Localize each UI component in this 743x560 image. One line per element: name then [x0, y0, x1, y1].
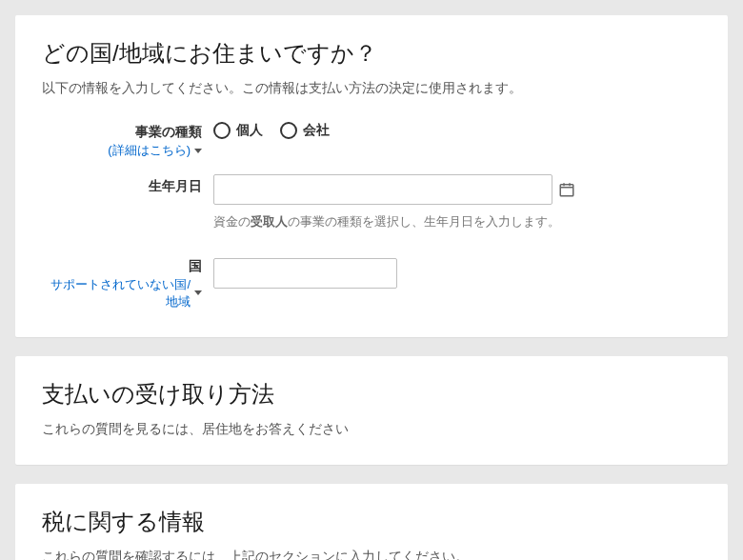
section-payment-method: 支払いの受け取り方法 これらの質問を見るには、居住地をお答えください — [15, 356, 728, 465]
section-tax-info: 税に関する情報 これらの質問を確認するには、上記のセクションに入力してください。 — [15, 484, 728, 561]
section3-title: 税に関する情報 — [42, 507, 701, 537]
help-bold: 受取人 — [251, 214, 288, 229]
unsupported-country-link[interactable]: サポートされていない国/地域 — [42, 276, 202, 310]
birthdate-help-text: 資金の受取人の事業の種類を選択し、生年月日を入力します。 — [213, 212, 575, 231]
business-type-row: 事業の種類 (詳細はこちら) 個人 会社 — [42, 120, 701, 159]
business-type-sublabel-text: (詳細はこちら) — [108, 142, 191, 159]
radio-circle-icon — [280, 122, 297, 139]
radio-company[interactable]: 会社 — [280, 122, 330, 139]
birthdate-row: 生年月日 資金の受取人の事業の種類を選択し、生年月日を入力します。 — [42, 174, 701, 231]
chevron-down-icon — [194, 290, 202, 295]
section3-desc: これらの質問を確認するには、上記のセクションに入力してください。 — [42, 549, 701, 561]
birthdate-input[interactable] — [213, 174, 552, 205]
business-type-radio-group: 個人 会社 — [213, 120, 575, 139]
country-input-col — [213, 258, 575, 289]
birthdate-label: 生年月日 — [42, 178, 202, 195]
radio-individual-label: 個人 — [236, 122, 263, 139]
section-country-residence: どの国/地域にお住まいですか？ 以下の情報を入力してください。この情報は支払い方… — [15, 15, 728, 337]
section2-desc: これらの質問を見るには、居住地をお答えください — [42, 421, 701, 438]
country-row: 国 サポートされていない国/地域 — [42, 258, 701, 310]
country-sublabel-text: サポートされていない国/地域 — [42, 276, 191, 310]
section1-title: どの国/地域にお住まいですか？ — [42, 38, 701, 69]
business-type-details-link[interactable]: (詳細はこちら) — [108, 142, 202, 159]
country-label: 国 — [42, 258, 202, 275]
svg-rect-0 — [560, 185, 573, 196]
radio-circle-icon — [213, 122, 231, 139]
radio-individual[interactable]: 個人 — [213, 122, 263, 139]
country-input[interactable] — [213, 258, 397, 289]
section2-title: 支払いの受け取り方法 — [42, 379, 701, 410]
section1-desc: 以下の情報を入力してください。この情報は支払い方法の決定に使用されます。 — [42, 80, 701, 97]
help-prefix: 資金の — [213, 214, 251, 229]
chevron-down-icon — [194, 149, 202, 153]
country-label-col: 国 サポートされていない国/地域 — [42, 258, 213, 310]
business-type-label: 事業の種類 — [42, 124, 202, 141]
radio-company-label: 会社 — [303, 122, 330, 139]
birthdate-label-col: 生年月日 — [42, 174, 213, 195]
business-type-input-col: 個人 会社 — [213, 120, 575, 139]
birthdate-input-wrap — [213, 174, 575, 205]
birthdate-input-col: 資金の受取人の事業の種類を選択し、生年月日を入力します。 — [213, 174, 575, 231]
help-suffix: の事業の種類を選択し、生年月日を入力します。 — [288, 214, 560, 229]
business-type-label-col: 事業の種類 (詳細はこちら) — [42, 120, 213, 159]
calendar-icon[interactable] — [558, 181, 575, 198]
